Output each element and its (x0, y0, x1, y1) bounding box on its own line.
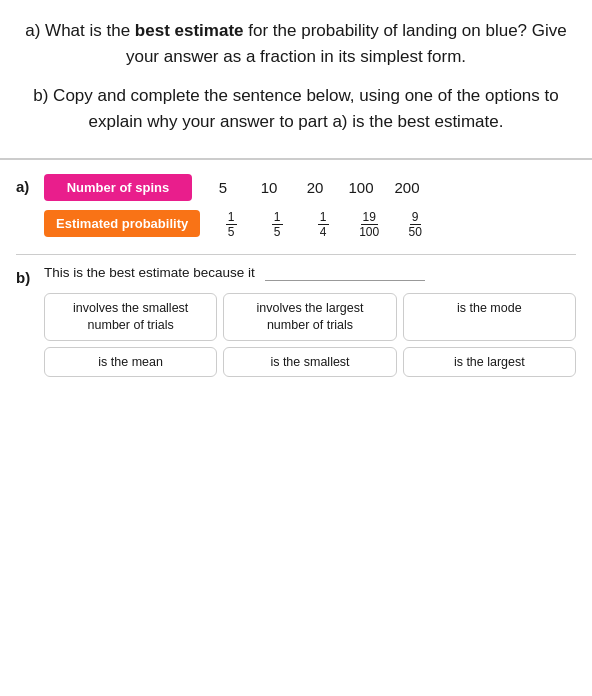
row-header-prob: Estimated probability (44, 210, 200, 237)
row-spins: Number of spins 5 10 20 100 200 (44, 174, 438, 201)
option-mode[interactable]: is the mode (403, 293, 576, 341)
spin-val-1: 5 (200, 179, 246, 196)
spin-val-2: 10 (246, 179, 292, 196)
part-b-label: b) (16, 265, 44, 286)
prob-val-2: 15 (254, 207, 300, 240)
part-a-text: a) What is the best estimate for the pro… (25, 21, 567, 66)
question-section: a) What is the best estimate for the pro… (0, 0, 592, 160)
part-b-question: b) Copy and complete the sentence below,… (24, 83, 568, 134)
part-b-content: This is the best estimate because it inv… (44, 265, 576, 378)
spin-val-4: 100 (338, 179, 384, 196)
prob-cells: 15 15 14 19100 950 (208, 207, 438, 240)
part-a-label: a) (16, 174, 44, 195)
option-smallest[interactable]: is the smallest (223, 347, 396, 378)
prob-val-3: 14 (300, 207, 346, 240)
prob-val-5: 950 (392, 207, 438, 240)
option-largest-trials[interactable]: involves the largestnumber of trials (223, 293, 396, 341)
option-mean[interactable]: is the mean (44, 347, 217, 378)
blank-line[interactable] (265, 265, 425, 281)
part-b-row: b) This is the best estimate because it … (16, 265, 576, 378)
spins-cells: 5 10 20 100 200 (200, 179, 430, 196)
spin-val-5: 200 (384, 179, 430, 196)
sentence-row: This is the best estimate because it (44, 265, 576, 281)
prob-val-4: 19100 (346, 207, 392, 240)
part-a-row: a) Number of spins 5 10 20 100 200 Estim… (16, 174, 576, 240)
section-divider (16, 254, 576, 255)
spin-val-3: 20 (292, 179, 338, 196)
option-smallest-trials[interactable]: involves the smallestnumber of trials (44, 293, 217, 341)
row-header-spins: Number of spins (44, 174, 192, 201)
sentence-prefix: This is the best estimate because it (44, 265, 255, 280)
option-largest[interactable]: is the largest (403, 347, 576, 378)
part-a-table: Number of spins 5 10 20 100 200 Estimate… (44, 174, 438, 240)
answer-section: a) Number of spins 5 10 20 100 200 Estim… (0, 160, 592, 401)
options-grid: involves the smallestnumber of trials in… (44, 293, 576, 378)
row-prob: Estimated probability 15 15 14 19100 (44, 207, 438, 240)
part-b-text: b) Copy and complete the sentence below,… (33, 86, 558, 131)
part-a-question: a) What is the best estimate for the pro… (24, 18, 568, 69)
prob-val-1: 15 (208, 207, 254, 240)
